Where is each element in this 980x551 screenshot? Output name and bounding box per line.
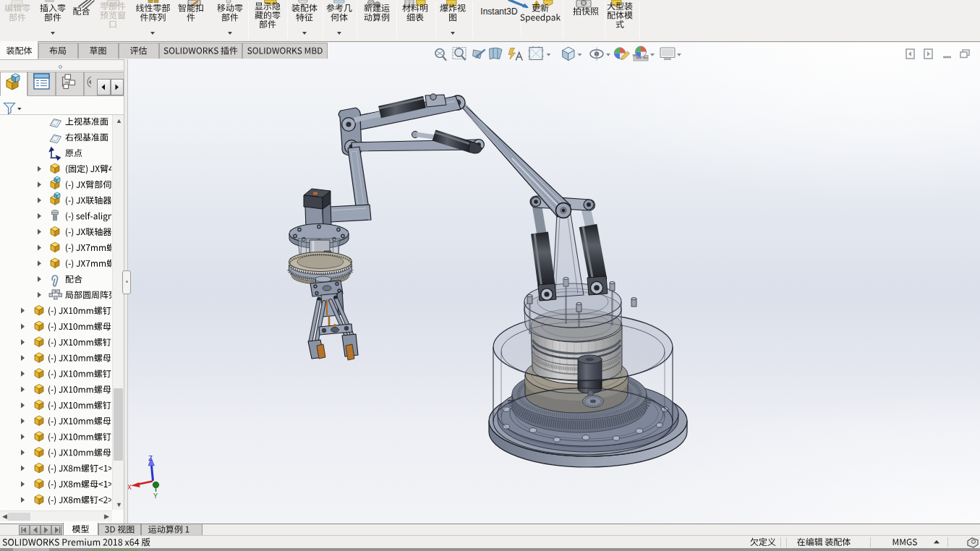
svg-text:Y: Y — [153, 492, 158, 500]
svg-text:Z: Z — [148, 455, 153, 463]
